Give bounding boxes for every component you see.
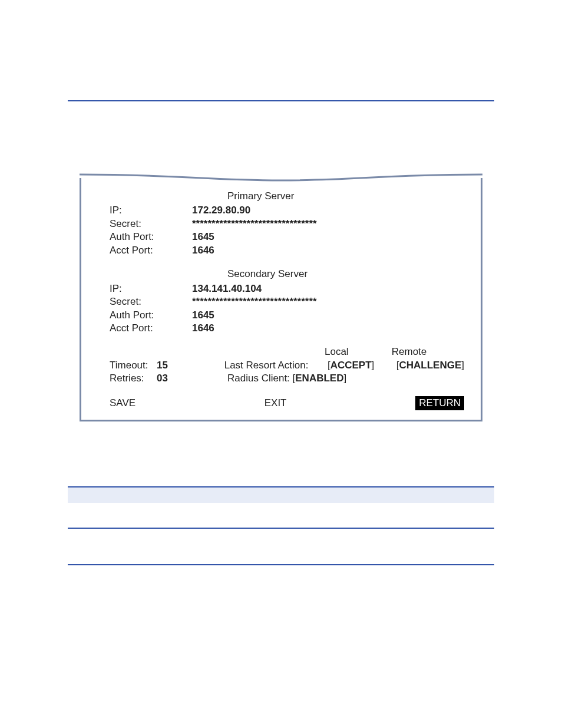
primary-ip-label: IP:	[110, 204, 192, 217]
last-resort-action-remote[interactable]: [CHALLENGE]	[396, 359, 464, 372]
frame-top-edge	[80, 173, 482, 182]
timeout-value[interactable]: 15	[157, 360, 168, 371]
secondary-ip-label: IP:	[110, 282, 192, 295]
column-header-remote: Remote	[392, 345, 464, 358]
note-body-area	[68, 503, 494, 529]
secondary-secret-label: Secret:	[110, 295, 192, 308]
primary-acct-port-value[interactable]: 1646	[192, 244, 464, 257]
note-header-bar	[68, 486, 494, 503]
return-command[interactable]: RETURN	[415, 396, 464, 410]
primary-secret-label: Secret:	[110, 218, 192, 230]
radius-client-field[interactable]: Radius Client: [ENABLED]	[227, 372, 404, 385]
screen-footer-commands: SAVE EXIT RETURN	[110, 396, 464, 410]
last-resort-action-local[interactable]: [ACCEPT]	[328, 359, 396, 372]
retries-label: Retries:	[110, 372, 157, 385]
secondary-server-heading: Secondary Server	[110, 268, 464, 281]
secondary-server-block: Secondary Server IP: 134.141.40.104 Secr…	[110, 268, 464, 335]
last-resort-action-label: Last Resort Action:	[224, 359, 328, 372]
secondary-acct-port-value[interactable]: 1646	[192, 322, 464, 335]
primary-server-heading: Primary Server	[110, 190, 464, 203]
secondary-auth-port-value[interactable]: 1645	[192, 309, 464, 322]
column-header-local: Local	[325, 345, 392, 358]
primary-acct-port-label: Acct Port:	[110, 244, 192, 257]
exit-command[interactable]: EXIT	[265, 397, 287, 410]
primary-server-block: Primary Server IP: 172.29.80.90 Secret: …	[110, 190, 464, 257]
retries-value[interactable]: 03	[157, 373, 168, 384]
primary-auth-port-label: Auth Port:	[110, 230, 192, 243]
save-command[interactable]: SAVE	[110, 397, 135, 410]
section-divider-bottom	[68, 564, 494, 565]
radius-config-screen: Primary Server IP: 172.29.80.90 Secret: …	[80, 178, 482, 421]
secondary-ip-value[interactable]: 134.141.40.104	[192, 282, 464, 295]
primary-secret-value[interactable]: ********************************	[192, 218, 464, 230]
note-block	[68, 486, 494, 529]
secondary-secret-value[interactable]: ********************************	[192, 295, 464, 308]
secondary-acct-port-label: Acct Port:	[110, 322, 192, 335]
secondary-auth-port-label: Auth Port:	[110, 309, 192, 322]
primary-auth-port-value[interactable]: 1645	[192, 230, 464, 243]
section-divider-top	[68, 100, 494, 101]
timeout-label: Timeout:	[110, 359, 157, 372]
primary-ip-value[interactable]: 172.29.80.90	[192, 204, 464, 217]
options-block: Local Remote Timeout: 15 Last Resort Act…	[110, 345, 464, 385]
